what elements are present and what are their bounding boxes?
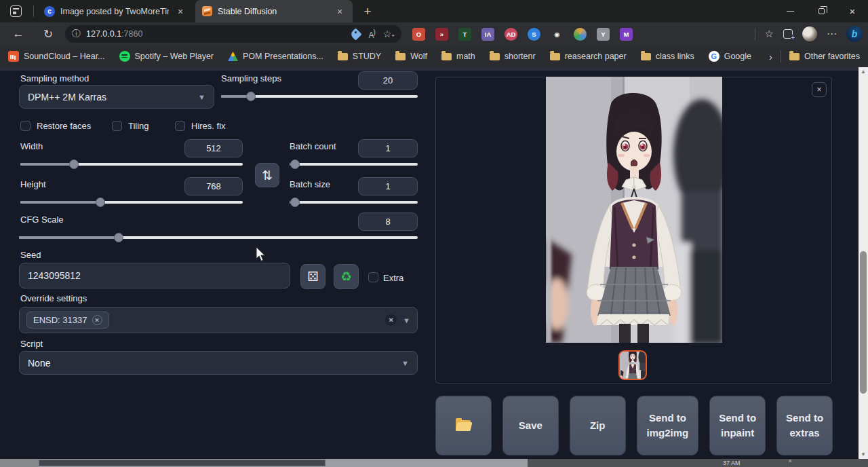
minimize-button[interactable] <box>774 0 806 22</box>
batch-size-label: Batch size <box>290 179 330 189</box>
reuse-seed-button[interactable]: ♻ <box>334 264 359 289</box>
seed-input[interactable]: 1243095812 <box>19 263 290 288</box>
restore-button[interactable] <box>806 0 837 22</box>
bookmark-folder-study[interactable]: STUDY <box>338 52 381 61</box>
bookmark-folder-math[interactable]: math <box>441 52 475 61</box>
clear-all-icon[interactable]: ✕ <box>385 314 397 326</box>
open-folder-button[interactable] <box>435 396 492 455</box>
override-settings-box[interactable]: ENSD: 31337✕ ✕ ▼ <box>19 307 418 333</box>
sampling-steps-slider[interactable] <box>221 92 418 101</box>
extension-icon-y[interactable]: Y <box>597 28 610 41</box>
bookmark-other-favorites[interactable]: Other favorites <box>789 52 860 61</box>
gallery-close-button[interactable]: × <box>812 82 827 97</box>
extension-icon-pin[interactable]: ◉ <box>551 28 564 41</box>
url-text[interactable]: 127.0.0.1:7860 <box>86 29 142 39</box>
tray-chevron-icon[interactable]: ^ <box>789 459 791 466</box>
send-to-inpaint-button[interactable]: Send to inpaint <box>709 396 766 455</box>
open-folder-icon <box>456 420 471 431</box>
gallery-thumbnail[interactable] <box>618 350 647 380</box>
collections-icon[interactable] <box>783 29 793 39</box>
zip-button[interactable]: Zip <box>570 396 626 455</box>
bookmark-folder-shortenr[interactable]: shortenr <box>490 52 536 61</box>
folder-icon <box>641 53 651 60</box>
tab-stable-diffusion[interactable]: Stable Diffusion × <box>195 0 353 22</box>
extra-checkbox[interactable] <box>368 272 378 282</box>
add-favorite-icon[interactable]: ☆+ <box>383 29 395 39</box>
height-input[interactable]: 768 <box>184 177 243 195</box>
window-close-button[interactable]: × <box>837 0 868 22</box>
tag-icon[interactable] <box>350 28 362 40</box>
height-slider[interactable] <box>20 198 243 207</box>
width-slider[interactable] <box>20 160 243 169</box>
extension-icon-globe[interactable] <box>574 28 587 41</box>
extension-icon-shazam[interactable]: S <box>528 28 540 41</box>
save-button[interactable]: Save <box>502 396 559 455</box>
bookmark-soundcloud[interactable]: SoundCloud – Hear... <box>8 51 105 62</box>
send-to-img2img-button[interactable]: Send to img2img <box>637 396 699 455</box>
tab-close-icon[interactable]: × <box>174 5 186 18</box>
back-button[interactable]: ← <box>8 22 28 45</box>
extension-icon-m[interactable]: M <box>620 28 633 41</box>
bing-chat-icon[interactable]: b <box>846 26 863 42</box>
profile-avatar[interactable] <box>802 26 817 41</box>
bookmark-spotify[interactable]: Spotify – Web Player <box>119 51 214 62</box>
extension-icon-ia[interactable]: IA <box>481 28 494 41</box>
cfg-scale-input[interactable]: 8 <box>358 212 418 231</box>
width-input[interactable]: 512 <box>184 139 243 157</box>
extension-icon-ad[interactable]: AD <box>505 28 517 41</box>
scroll-down-icon[interactable]: ▼ <box>859 450 868 459</box>
tiling-checkbox[interactable] <box>112 121 122 131</box>
read-aloud-icon[interactable]: A) <box>368 29 374 40</box>
script-dropdown[interactable]: None▼ <box>19 351 418 375</box>
google-drive-icon <box>228 52 238 61</box>
scrollbar-thumb[interactable] <box>860 251 867 394</box>
vertical-scrollbar[interactable]: ▲ ▼ <box>859 67 868 459</box>
extension-icon-green[interactable]: T <box>458 28 471 41</box>
tab-close-icon[interactable]: × <box>334 5 346 18</box>
folder-icon <box>550 53 560 60</box>
bookmark-pom[interactable]: POM Presentations... <box>228 52 323 61</box>
bookmark-folder-wolf[interactable]: Wolf <box>395 52 427 61</box>
swap-dimensions-button[interactable]: ⇅ <box>255 163 279 187</box>
workspaces-button[interactable] <box>0 0 31 22</box>
batch-count-slider[interactable] <box>290 160 418 169</box>
refresh-button[interactable]: ↻ <box>38 22 58 45</box>
google-icon: G <box>709 51 719 62</box>
override-settings-label: Override settings <box>20 293 87 303</box>
bookmark-folder-classlinks[interactable]: class links <box>641 52 694 61</box>
cfg-scale-label: CFG Scale <box>20 214 64 225</box>
site-info-icon[interactable]: ⓘ <box>72 28 81 40</box>
sampling-method-dropdown[interactable]: DPM++ 2M Karras▼ <box>19 85 214 109</box>
override-token[interactable]: ENSD: 31337✕ <box>26 312 109 329</box>
tab-image-posted[interactable]: c Image posted by TwoMoreTimes × <box>37 0 193 22</box>
sampling-steps-input[interactable]: 20 <box>358 71 418 90</box>
tiling-label: Tiling <box>128 121 149 131</box>
height-label: Height <box>20 179 46 189</box>
chevron-down-icon[interactable]: ▼ <box>403 316 410 324</box>
hires-fix-checkbox[interactable] <box>175 121 185 131</box>
extensions-row: O » T IA AD S ◉ Y M <box>412 22 633 45</box>
new-tab-button[interactable]: + <box>359 3 376 20</box>
address-bar[interactable]: ⓘ 127.0.0.1:7860 A) ☆+ <box>65 25 401 43</box>
bookmarks-overflow-chevron[interactable]: › <box>769 51 772 62</box>
extension-icon-o[interactable]: O <box>412 28 425 41</box>
dice-icon: ⚄ <box>307 269 319 284</box>
bookmark-google[interactable]: GGoogle <box>709 51 751 62</box>
recycle-icon: ♻ <box>340 269 352 284</box>
batch-size-slider[interactable] <box>290 198 418 207</box>
batch-count-input[interactable]: 1 <box>358 139 418 157</box>
send-to-extras-button[interactable]: Send to extras <box>776 396 833 455</box>
restore-faces-checkbox[interactable] <box>20 121 31 131</box>
random-seed-button[interactable]: ⚄ <box>300 264 326 289</box>
batch-size-input[interactable]: 1 <box>358 177 418 195</box>
scrollbar-corner <box>0 459 39 467</box>
token-remove-icon[interactable]: ✕ <box>92 315 102 325</box>
generated-image[interactable] <box>546 77 722 343</box>
favorites-icon[interactable]: ☆ <box>765 28 774 40</box>
horizontal-scrollbar-thumb[interactable] <box>39 460 326 466</box>
scroll-up-icon[interactable]: ▲ <box>859 67 868 76</box>
settings-more-icon[interactable]: ⋯ <box>827 28 837 40</box>
cfg-scale-slider[interactable] <box>19 233 418 242</box>
extension-icon-speed[interactable]: » <box>435 28 448 41</box>
bookmark-folder-research[interactable]: reasearch paper <box>550 52 627 61</box>
